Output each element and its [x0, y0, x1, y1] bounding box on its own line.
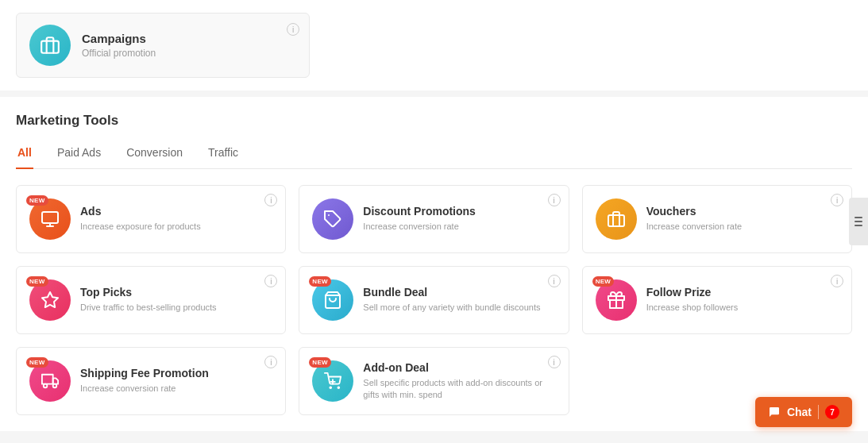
tool-info-icon-bundle-deal[interactable]: i — [548, 275, 561, 287]
tool-icon-add-on-deal: NEW — [312, 360, 353, 402]
sidebar-toggle[interactable] — [849, 198, 868, 245]
svg-rect-0 — [41, 41, 59, 53]
tool-icon-top-picks: NEW — [29, 279, 71, 321]
tool-desc-add-on-deal: Sell specific products with add-on disco… — [363, 377, 555, 402]
top-section: Campaigns Official promotion i — [0, 0, 868, 91]
campaign-title: Campaigns — [82, 32, 156, 45]
svg-rect-20 — [854, 225, 862, 226]
new-badge: NEW — [309, 357, 331, 368]
tool-card-add-on-deal[interactable]: NEWAdd-on DealSell specific products wit… — [299, 347, 569, 415]
new-badge: NEW — [26, 195, 48, 206]
chat-divider — [818, 405, 819, 419]
tool-desc-top-picks: Drive traffic to best-selling products — [80, 302, 217, 314]
tool-card-discount-promotions[interactable]: Discount PromotionsIncrease conversion r… — [299, 185, 569, 253]
tool-name-follow-prize: Follow Prize — [646, 286, 739, 299]
tool-icon-vouchers — [596, 198, 637, 240]
tool-info-add-on-deal: Add-on DealSell specific products with a… — [363, 361, 555, 402]
svg-point-12 — [44, 384, 48, 388]
tool-info-icon-discount-promotions[interactable]: i — [548, 194, 561, 206]
svg-rect-1 — [42, 212, 58, 223]
tool-icon-follow-prize: NEW — [596, 279, 637, 321]
svg-rect-18 — [854, 217, 862, 218]
tab-conversion[interactable]: Conversion — [125, 140, 184, 168]
tool-info-discount-promotions: Discount PromotionsIncrease conversion r… — [363, 205, 476, 233]
tool-info-icon-add-on-deal[interactable]: i — [548, 356, 561, 368]
chat-icon — [768, 406, 781, 418]
tool-desc-vouchers: Increase conversion rate — [646, 221, 742, 233]
tool-card-top-picks[interactable]: NEWTop PicksDrive traffic to best-sellin… — [16, 266, 286, 334]
tool-desc-shipping-fee-promotion: Increase conversion rate — [80, 383, 209, 395]
tool-icon-ads: NEW — [29, 198, 71, 240]
campaign-card[interactable]: Campaigns Official promotion i — [16, 13, 310, 78]
tool-card-vouchers[interactable]: VouchersIncrease conversion ratei — [582, 185, 852, 253]
tool-card-bundle-deal[interactable]: NEWBundle DealSell more of any variety w… — [299, 266, 569, 334]
tools-grid: NEWAdsIncrease exposure for productsiDis… — [0, 169, 868, 431]
chat-badge: 7 — [825, 405, 839, 419]
marketing-section: Marketing Tools All Paid Ads Conversion … — [0, 97, 868, 169]
tool-card-follow-prize[interactable]: NEWFollow PrizeIncrease shop followersi — [582, 266, 852, 334]
svg-point-14 — [330, 387, 332, 388]
campaign-icon — [29, 25, 71, 66]
tool-name-top-picks: Top Picks — [80, 286, 217, 299]
tool-info-ads: AdsIncrease exposure for products — [80, 205, 201, 233]
tool-info-icon-top-picks[interactable]: i — [264, 275, 277, 287]
new-badge: NEW — [26, 357, 48, 368]
tool-desc-discount-promotions: Increase conversion rate — [363, 221, 476, 233]
tab-all[interactable]: All — [16, 140, 33, 168]
tool-info-icon-vouchers[interactable]: i — [831, 194, 843, 206]
tabs-bar: All Paid Ads Conversion Traffic — [16, 140, 852, 169]
tool-info-icon-shipping-fee-promotion[interactable]: i — [264, 356, 277, 368]
tool-icon-discount-promotions — [312, 198, 353, 240]
new-badge: NEW — [26, 276, 48, 287]
tool-card-shipping-fee-promotion[interactable]: NEWShipping Fee PromotionIncrease conver… — [16, 347, 286, 415]
chat-label: Chat — [787, 406, 812, 418]
tab-paid-ads[interactable]: Paid Ads — [56, 140, 102, 168]
campaign-info: Campaigns Official promotion — [82, 32, 156, 59]
tool-name-ads: Ads — [80, 205, 201, 218]
tool-icon-bundle-deal: NEW — [312, 279, 353, 321]
tool-info-vouchers: VouchersIncrease conversion rate — [646, 205, 742, 233]
tool-info-icon-ads[interactable]: i — [264, 194, 277, 206]
tool-desc-follow-prize: Increase shop followers — [646, 302, 739, 314]
svg-rect-10 — [42, 375, 53, 384]
svg-marker-6 — [42, 292, 58, 307]
section-title: Marketing Tools — [16, 113, 852, 129]
sidebar-toggle-icon — [854, 215, 862, 228]
tool-name-shipping-fee-promotion: Shipping Fee Promotion — [80, 367, 209, 379]
campaign-subtitle: Official promotion — [82, 48, 156, 59]
tab-traffic[interactable]: Traffic — [206, 140, 240, 168]
campaign-info-icon[interactable]: i — [287, 23, 299, 36]
svg-rect-19 — [854, 221, 862, 222]
tool-info-bundle-deal: Bundle DealSell more of any variety with… — [363, 286, 540, 314]
svg-marker-11 — [53, 378, 58, 383]
tool-desc-bundle-deal: Sell more of any variety with bundle dis… — [363, 302, 540, 314]
tool-info-shipping-fee-promotion: Shipping Fee PromotionIncrease conversio… — [80, 367, 209, 395]
tool-name-bundle-deal: Bundle Deal — [363, 286, 540, 299]
tool-card-ads[interactable]: NEWAdsIncrease exposure for productsi — [16, 185, 286, 253]
tool-name-discount-promotions: Discount Promotions — [363, 205, 476, 218]
tool-icon-shipping-fee-promotion: NEW — [29, 360, 71, 402]
tool-info-follow-prize: Follow PrizeIncrease shop followers — [646, 286, 739, 314]
new-badge: NEW — [309, 276, 331, 287]
tool-desc-ads: Increase exposure for products — [80, 221, 201, 233]
svg-point-13 — [53, 384, 57, 388]
new-badge: NEW — [592, 276, 615, 287]
tool-info-top-picks: Top PicksDrive traffic to best-selling p… — [80, 286, 217, 314]
svg-point-15 — [338, 387, 340, 388]
tool-name-add-on-deal: Add-on Deal — [363, 361, 555, 374]
tool-name-vouchers: Vouchers — [646, 205, 742, 218]
svg-rect-5 — [608, 215, 624, 226]
chat-button[interactable]: Chat 7 — [755, 397, 852, 427]
tool-info-icon-follow-prize[interactable]: i — [831, 275, 843, 287]
